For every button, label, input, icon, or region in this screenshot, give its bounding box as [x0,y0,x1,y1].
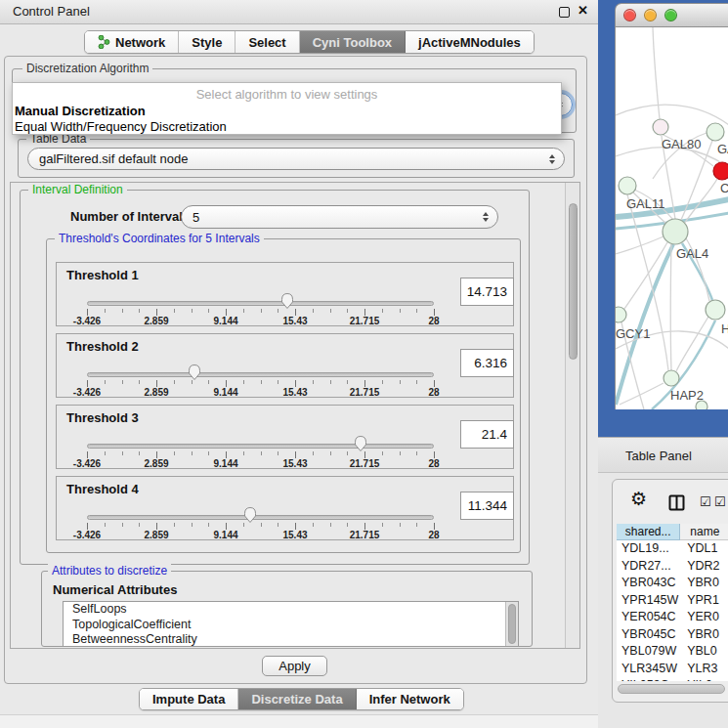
dropdown-placeholder-option[interactable]: Select algorithm to view settings [13,87,561,102]
slider-tick [278,380,278,384]
attributes-list-scrollbar-thumb[interactable] [508,604,516,644]
slider-handle[interactable] [187,364,202,381]
slider-tick-label: 15.43 [266,458,324,469]
slider-tick [434,523,435,530]
apply-button[interactable]: Apply [262,656,327,676]
network-node-green[interactable] [664,370,679,386]
attribute-list-item[interactable]: SelfLoops [64,602,518,618]
slider-tick [174,523,175,527]
threshold-value-input[interactable] [460,278,514,306]
table-row[interactable]: YDR27...YDR2 [617,558,728,576]
vertical-scrollbar-thumb[interactable] [569,203,578,360]
table-row[interactable]: YBR043CYBR0 [617,575,728,592]
tab-style-label: Style [192,35,222,50]
table-data-combobox[interactable]: galFiltered.sif default node [27,148,565,170]
screen: Control Panel ✕ Network Style Select C [0,0,728,728]
table-row[interactable]: YLR345WYLR3 [617,661,728,678]
dropdown-option-manual-discretization[interactable]: Manual Discretization [13,104,561,118]
tab-network[interactable]: Network [85,31,179,53]
slider-tick [434,451,435,458]
network-edge[interactable] [670,244,671,370]
network-node-green[interactable] [619,177,636,194]
slider-tick-label: 21.715 [335,316,394,326]
slider-tick-label: -3.426 [58,530,116,540]
network-edge[interactable] [616,105,728,125]
network-node-red[interactable] [713,162,728,180]
slider-track[interactable] [87,372,434,377]
slider-tick [416,309,417,313]
dropdown-option-equal-width-frequency[interactable]: Equal Width/Frequency Discretization [13,119,561,134]
split-columns-icon[interactable] [668,494,685,515]
network-node-green[interactable] [706,300,725,320]
cell-name: YIL0 [681,677,728,681]
table-row[interactable]: YPR145WYPR1 [617,592,728,610]
slider-tick-label: -3.426 [58,387,116,398]
threshold-value-input[interactable] [460,420,514,449]
tab-select[interactable]: Select [236,31,299,53]
float-panel-icon[interactable] [559,7,570,18]
slider-tick [156,451,157,458]
column-header-shared-name[interactable]: shared... [617,524,680,540]
tab-cyni-toolbox[interactable]: Cyni Toolbox [300,31,406,53]
slider-tick [192,523,193,527]
tab-cyni-toolbox-label: Cyni Toolbox [313,35,392,50]
table-row[interactable]: YIL053CYIL0 [617,677,728,681]
network-node-green-large[interactable] [663,219,688,244]
slider-tick [313,309,314,313]
network-node-green[interactable] [616,307,626,322]
slider-tick [313,380,314,384]
tab-discretize-data[interactable]: Discretize Data [238,689,356,709]
slider-track[interactable] [87,301,434,306]
tab-jactivemnodules[interactable]: jActiveMNodules [406,31,534,53]
checkbox-icon[interactable]: ☑ [700,494,711,509]
thresholds-group-title: Threshold's Coordinates for 5 Intervals [55,232,264,245]
attributes-list-scrollbar[interactable] [505,602,518,646]
slider-tick [226,380,227,387]
minimize-traffic-light[interactable] [644,9,657,21]
table-row[interactable]: YBL079WYBL0 [617,643,728,661]
tab-style[interactable]: Style [179,31,236,53]
close-traffic-light[interactable] [623,9,636,21]
slider-tick-label: 28 [405,387,463,398]
slider-tick-label: 15.43 [266,316,324,326]
gear-icon[interactable]: ⚙ [630,490,647,508]
network-view[interactable]: GAL80GACGAL11GAL4GCY1HHAP2 [615,27,728,409]
network-node-pink[interactable] [653,119,668,135]
slider-tick [122,309,123,313]
slider-tick [208,451,209,455]
slider-tick [347,309,348,313]
cell-shared-name: YPR145W [617,592,681,610]
threshold-value-input[interactable] [460,349,514,377]
slider-track[interactable] [87,515,434,520]
numerical-attributes-list[interactable]: SelfLoopsTopologicalCoefficientBetweenne… [63,601,519,647]
node-table: shared... name YDL19...YDL1YDR27...YDR2Y… [617,524,728,681]
network-node-green[interactable] [707,123,724,141]
vertical-scrollbar[interactable] [565,183,579,648]
attribute-list-item[interactable]: BetweennessCentrality [64,632,518,647]
number-of-intervals-combobox[interactable]: 5 [181,205,498,229]
table-row[interactable]: YER054CYER0 [617,609,728,626]
checkbox-icon[interactable]: ☑ [714,494,726,509]
slider-tick [400,309,401,313]
attribute-list-item[interactable]: TopologicalCoefficient [64,618,518,633]
slider-handle[interactable] [279,292,295,310]
table-row[interactable]: YDL19...YDL1 [617,540,728,558]
number-of-intervals-value: 5 [193,210,199,225]
slider-track[interactable] [87,444,434,449]
network-window-titlebar[interactable] [615,3,728,27]
close-panel-icon[interactable]: ✕ [578,3,588,18]
threshold-label: Threshold 3 [66,410,139,425]
tab-infer-network[interactable]: Infer Network [357,689,463,709]
slider-handle[interactable] [353,435,368,452]
slider-tick-label: 2.859 [127,316,186,326]
threshold-value-input[interactable] [460,492,514,520]
column-header-name[interactable]: name [680,524,728,540]
table-row[interactable]: YBR045CYBR0 [617,626,728,644]
slider-tick-label: 28 [405,530,463,540]
slider-tick [364,451,365,458]
cell-name: YDL1 [681,540,728,558]
horizontal-scrollbar-thumb[interactable] [618,684,725,694]
slider-handle[interactable] [242,506,258,524]
tab-impute-data[interactable]: Impute Data [140,689,238,709]
zoom-traffic-light[interactable] [664,9,677,21]
